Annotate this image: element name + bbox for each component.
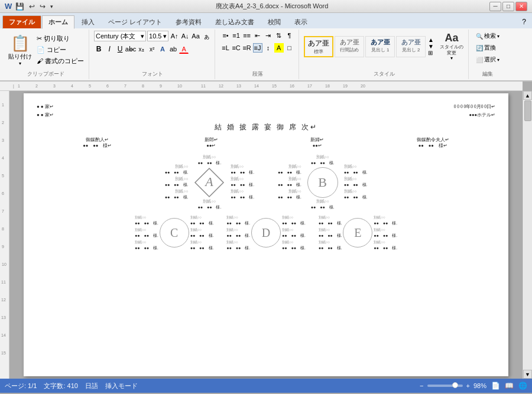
align-center-button[interactable]: ≡C bbox=[232, 43, 241, 53]
redo-icon[interactable]: ↪ bbox=[38, 2, 47, 11]
tab-references[interactable]: 参考資料 bbox=[169, 15, 208, 28]
font-color-button[interactable]: A bbox=[179, 44, 189, 54]
scroll-down-button[interactable]: ▼ bbox=[523, 370, 532, 379]
table-a-center: 別紙○○ ●● ●● 様. A 別 bbox=[194, 155, 225, 210]
align-left-button[interactable]: ≡L bbox=[221, 43, 231, 53]
style-heading1-text: あア亜 bbox=[368, 38, 392, 47]
minimize-button[interactable]: ─ bbox=[489, 2, 501, 11]
table-d-right: 別紙○○ ●● ●● 様. 別紙○○ ●● ●● 様. 別紙○○ bbox=[282, 215, 306, 251]
tab-pagelayout[interactable]: ページ レイアウト bbox=[102, 15, 168, 28]
furigana-button[interactable]: ぁ bbox=[202, 31, 211, 41]
superscript-button[interactable]: x² bbox=[147, 44, 157, 54]
style-standard-text: あア亜 bbox=[307, 38, 330, 48]
guest-e-2: 別紙○○ ●● ●● 様. bbox=[319, 227, 342, 239]
vertical-ruler: 1 2 3 4 5 6 7 8 9 10 11 12 13 14 15 bbox=[0, 91, 9, 379]
cut-button[interactable]: ✂ 切り取り bbox=[35, 34, 85, 44]
spacer-de bbox=[309, 215, 315, 251]
zoom-level: 98% bbox=[473, 382, 486, 389]
style-scroll-down[interactable]: ▼ bbox=[428, 43, 434, 50]
guest-a-top: 別紙○○ ●● ●● 様. bbox=[197, 155, 221, 166]
language-indicator: 日語 bbox=[85, 382, 98, 390]
style-heading2-label: 見出し 2 bbox=[399, 47, 423, 53]
text-effect-button[interactable]: A bbox=[158, 44, 167, 54]
style-more[interactable]: ⊞ bbox=[428, 50, 434, 56]
border-button[interactable]: □ bbox=[285, 43, 294, 53]
font-size-dropdown[interactable]: 10.5 ▾ bbox=[147, 31, 168, 41]
italic-button[interactable]: I bbox=[105, 44, 114, 54]
close-button[interactable]: ✕ bbox=[515, 2, 527, 11]
format-painter-button[interactable]: 🖌 書式のコピー bbox=[35, 56, 85, 66]
align-right-button[interactable]: ≡R bbox=[242, 43, 252, 53]
strikethrough-button[interactable]: ab̶c bbox=[126, 44, 135, 54]
style-compact[interactable]: あア亜 行間詰め bbox=[335, 36, 364, 57]
maximize-button[interactable]: □ bbox=[502, 2, 514, 11]
select-button[interactable]: ⬜ 選択 ▾ bbox=[473, 54, 502, 65]
table-d-marker: D bbox=[251, 218, 281, 248]
view-reading-button[interactable]: 📖 bbox=[505, 382, 514, 390]
table-d-left: 別紙○○ ●● ●● 様. 別紙○○ ●● ●● 様. 別紙○○ bbox=[226, 215, 250, 251]
bold-button[interactable]: B bbox=[94, 44, 103, 54]
style-scroll-up[interactable]: ▲ bbox=[428, 37, 434, 43]
subscript-button[interactable]: x₂ bbox=[137, 44, 146, 54]
guest-b-tr: 別紙○○ ●● ●● 様. bbox=[344, 164, 368, 175]
zoom-slider[interactable] bbox=[427, 385, 463, 387]
quick-save-icon[interactable]: 💾 bbox=[14, 2, 25, 11]
style-heading2[interactable]: あア亜 見出し 2 bbox=[396, 36, 426, 57]
font-shrink-button[interactable]: A↓ bbox=[180, 31, 190, 41]
nakodo-wife-label: 御媒酌令夫人↵ bbox=[417, 137, 449, 143]
find-button[interactable]: 🔍 検索 ▾ bbox=[473, 31, 502, 41]
doc-title: 結 婚 披 露 宴 御 席 次↵ bbox=[37, 122, 495, 132]
shading-button[interactable]: A bbox=[274, 43, 284, 53]
guest-b-bottom: 別紙○○ ●● ●● 様. bbox=[311, 199, 335, 210]
document-page[interactable]: ● ● 家↵ ● ● 家↵ 0 0 0 0年0 0月0 0日↵ ●●●ホテル↵ … bbox=[24, 93, 508, 376]
sort-button[interactable]: ⇅ bbox=[274, 31, 284, 40]
guest-d-2: 別紙○○ ●● ●● 様. bbox=[226, 227, 250, 239]
word-count-indicator: 文字数: 410 bbox=[44, 382, 77, 390]
underline-button[interactable]: U bbox=[115, 44, 125, 54]
change-styles-button[interactable]: Aa スタイルの変更 ▾ bbox=[439, 31, 465, 62]
style-heading1[interactable]: あア亜 見出し 1 bbox=[365, 36, 395, 57]
font-grow-button[interactable]: A↑ bbox=[170, 31, 179, 41]
guest-d-1: 別紙○○ ●● ●● 様. bbox=[226, 215, 250, 226]
help-icon[interactable]: ? bbox=[518, 15, 530, 28]
bullet-list-button[interactable]: ≡• bbox=[221, 31, 231, 40]
clipboard-content: 📋 貼り付け ▾ ✂ 切り取り 📄 コピー 🖌 書式のコピー bbox=[6, 31, 85, 69]
guest-b-bl: 別紙○○ ●● ●● 様. bbox=[278, 189, 301, 200]
bride-name: ●●↵ bbox=[310, 143, 324, 148]
view-normal-button[interactable]: 📄 bbox=[491, 382, 500, 390]
show-marks-button[interactable]: ¶ bbox=[285, 31, 294, 40]
zoom-out-button[interactable]: − bbox=[419, 382, 424, 389]
customize-icon[interactable]: ▾ bbox=[49, 4, 54, 9]
justify-button[interactable]: ≡J bbox=[253, 43, 262, 53]
clear-format-button[interactable]: Aa bbox=[191, 31, 200, 41]
style-standard[interactable]: あア亜 標準 bbox=[304, 36, 333, 57]
tab-review[interactable]: 校閲 bbox=[261, 15, 287, 28]
numbered-list-button[interactable]: ≡1 bbox=[232, 31, 241, 40]
paste-button[interactable]: 📋 貼り付け ▾ bbox=[6, 33, 34, 67]
tab-mailings[interactable]: 差し込み文書 bbox=[209, 15, 261, 28]
multilevel-list-button[interactable]: ≡≡ bbox=[242, 31, 252, 40]
copy-button[interactable]: 📄 コピー bbox=[35, 45, 85, 55]
tab-view[interactable]: 表示 bbox=[288, 15, 314, 28]
scroll-thumb[interactable] bbox=[524, 100, 531, 121]
tab-file[interactable]: ファイル bbox=[2, 15, 41, 29]
table-a-left-guests: 別紙○○ ●● ●● 様. 別紙○○ ●● ●● 様. 別紙○○ ●● ●● 様… bbox=[165, 155, 189, 210]
tab-insert[interactable]: 挿入 bbox=[75, 15, 101, 28]
view-web-button[interactable]: 🌐 bbox=[518, 382, 527, 390]
doc-area: | 1 2 3 4 5 6 7 8 9 10 11 12 13 14 15 16… bbox=[0, 82, 532, 379]
undo-icon[interactable]: ↩ bbox=[28, 2, 36, 11]
font-name-dropdown[interactable]: Century (本文 ▾ bbox=[94, 31, 146, 41]
table-c-right: 別紙○○ ●● ●● 様. 別紙○○ ●● ●● 様. 別紙○○ bbox=[190, 215, 214, 251]
window-controls: ─ □ ✕ bbox=[489, 2, 527, 11]
decrease-indent-button[interactable]: ⇤ bbox=[253, 31, 262, 40]
text-highlight-button[interactable]: ab bbox=[168, 44, 178, 54]
scroll-up-button[interactable]: ▲ bbox=[523, 91, 532, 100]
vertical-scrollbar[interactable]: ▲ ▼ bbox=[523, 91, 532, 379]
zoom-in-button[interactable]: + bbox=[465, 382, 471, 389]
line-spacing-button[interactable]: ↕ bbox=[264, 43, 273, 53]
tab-home[interactable]: ホーム bbox=[42, 15, 74, 29]
increase-indent-button[interactable]: ⇥ bbox=[264, 31, 273, 40]
replace-button[interactable]: 🔄 置換 bbox=[473, 43, 502, 53]
tables-row-1: 別紙○○ ●● ●● 様. 別紙○○ ●● ●● 様. 別紙○○ ●● ●● 様… bbox=[37, 155, 495, 210]
tables-row-2: 別紙○○ ●● ●● 様. 別紙○○ ●● ●● 様. 別紙○○ bbox=[37, 215, 495, 251]
